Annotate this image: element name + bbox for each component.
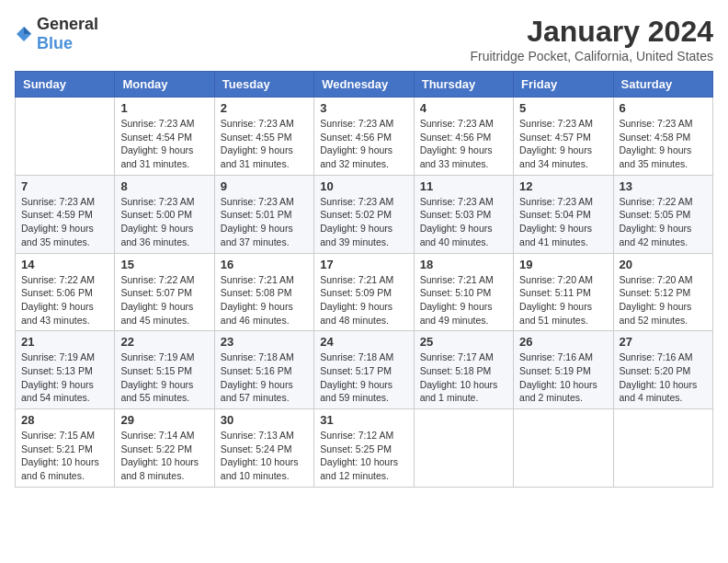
day-number: 2 (221, 101, 308, 115)
day-info: Sunrise: 7:19 AM Sunset: 5:13 PM Dayligh… (21, 350, 108, 405)
day-number: 5 (519, 101, 607, 115)
day-info: Sunrise: 7:16 AM Sunset: 5:19 PM Dayligh… (519, 350, 607, 405)
day-info: Sunrise: 7:16 AM Sunset: 5:20 PM Dayligh… (620, 350, 707, 405)
day-info: Sunrise: 7:21 AM Sunset: 5:10 PM Dayligh… (420, 273, 507, 327)
weekday-header-sunday: Sunday (16, 72, 115, 98)
day-info: Sunrise: 7:23 AM Sunset: 5:04 PM Dayligh… (519, 195, 607, 249)
calendar-cell: 31Sunrise: 7:12 AM Sunset: 5:25 PM Dayli… (314, 409, 414, 488)
header: General Blue January 2024 Fruitridge Poc… (15, 15, 713, 63)
calendar-cell: 8Sunrise: 7:23 AM Sunset: 5:00 PM Daylig… (115, 175, 214, 253)
day-info: Sunrise: 7:15 AM Sunset: 5:21 PM Dayligh… (21, 429, 108, 483)
day-number: 14 (21, 258, 108, 271)
day-info: Sunrise: 7:23 AM Sunset: 4:56 PM Dayligh… (320, 117, 407, 171)
day-number: 20 (620, 258, 707, 271)
weekday-header-friday: Friday (514, 72, 613, 98)
day-number: 25 (420, 335, 507, 349)
calendar-cell: 6Sunrise: 7:23 AM Sunset: 4:58 PM Daylig… (613, 98, 712, 176)
calendar-cell: 28Sunrise: 7:15 AM Sunset: 5:21 PM Dayli… (16, 409, 115, 488)
day-info: Sunrise: 7:23 AM Sunset: 5:01 PM Dayligh… (221, 195, 308, 249)
calendar-cell: 20Sunrise: 7:20 AM Sunset: 5:12 PM Dayli… (613, 253, 712, 331)
day-info: Sunrise: 7:21 AM Sunset: 5:09 PM Dayligh… (320, 273, 407, 327)
calendar-cell: 25Sunrise: 7:17 AM Sunset: 5:18 PM Dayli… (414, 331, 513, 409)
day-info: Sunrise: 7:22 AM Sunset: 5:07 PM Dayligh… (120, 273, 208, 327)
calendar-week-row: 21Sunrise: 7:19 AM Sunset: 5:13 PM Dayli… (16, 331, 713, 409)
calendar-cell: 30Sunrise: 7:13 AM Sunset: 5:24 PM Dayli… (214, 409, 313, 488)
day-info: Sunrise: 7:19 AM Sunset: 5:15 PM Dayligh… (120, 350, 208, 405)
day-number: 21 (21, 335, 108, 349)
day-info: Sunrise: 7:23 AM Sunset: 4:54 PM Dayligh… (120, 117, 208, 171)
calendar-cell: 26Sunrise: 7:16 AM Sunset: 5:19 PM Dayli… (514, 331, 613, 409)
day-number: 19 (519, 258, 607, 271)
day-info: Sunrise: 7:23 AM Sunset: 4:56 PM Dayligh… (420, 117, 507, 171)
day-info: Sunrise: 7:18 AM Sunset: 5:17 PM Dayligh… (320, 350, 407, 405)
calendar-cell: 29Sunrise: 7:14 AM Sunset: 5:22 PM Dayli… (115, 409, 214, 488)
day-number: 31 (320, 413, 407, 427)
day-info: Sunrise: 7:23 AM Sunset: 5:00 PM Dayligh… (120, 195, 208, 249)
day-info: Sunrise: 7:18 AM Sunset: 5:16 PM Dayligh… (221, 350, 308, 405)
day-number: 24 (320, 335, 407, 349)
calendar-week-row: 7Sunrise: 7:23 AM Sunset: 4:59 PM Daylig… (16, 175, 713, 253)
day-info: Sunrise: 7:22 AM Sunset: 5:06 PM Dayligh… (21, 273, 108, 327)
calendar-cell: 3Sunrise: 7:23 AM Sunset: 4:56 PM Daylig… (314, 98, 414, 176)
calendar-cell: 15Sunrise: 7:22 AM Sunset: 5:07 PM Dayli… (115, 253, 214, 331)
day-number: 6 (620, 101, 707, 115)
logo-icon (15, 25, 33, 43)
day-info: Sunrise: 7:20 AM Sunset: 5:12 PM Dayligh… (620, 273, 707, 327)
day-number: 13 (620, 179, 707, 193)
calendar-cell: 24Sunrise: 7:18 AM Sunset: 5:17 PM Dayli… (314, 331, 414, 409)
day-number: 1 (120, 101, 208, 115)
day-number: 10 (320, 179, 407, 193)
calendar-cell: 12Sunrise: 7:23 AM Sunset: 5:04 PM Dayli… (514, 175, 613, 253)
weekday-header-saturday: Saturday (613, 72, 712, 98)
day-info: Sunrise: 7:23 AM Sunset: 4:58 PM Dayligh… (620, 117, 707, 171)
calendar-week-row: 14Sunrise: 7:22 AM Sunset: 5:06 PM Dayli… (16, 253, 713, 331)
calendar-cell: 5Sunrise: 7:23 AM Sunset: 4:57 PM Daylig… (514, 98, 613, 176)
day-number: 30 (221, 413, 308, 427)
weekday-header-tuesday: Tuesday (214, 72, 313, 98)
day-number: 15 (120, 258, 208, 271)
calendar: SundayMondayTuesdayWednesdayThursdayFrid… (15, 71, 713, 488)
day-info: Sunrise: 7:12 AM Sunset: 5:25 PM Dayligh… (320, 429, 407, 483)
svg-marker-1 (24, 27, 31, 34)
day-info: Sunrise: 7:14 AM Sunset: 5:22 PM Dayligh… (120, 429, 208, 483)
month-title: January 2024 (470, 15, 713, 49)
calendar-cell (16, 98, 115, 176)
calendar-cell (414, 409, 513, 488)
day-info: Sunrise: 7:23 AM Sunset: 5:02 PM Dayligh… (320, 195, 407, 249)
day-info: Sunrise: 7:21 AM Sunset: 5:08 PM Dayligh… (221, 273, 308, 327)
calendar-cell (613, 409, 712, 488)
location-title: Fruitridge Pocket, California, United St… (470, 49, 713, 63)
calendar-cell: 7Sunrise: 7:23 AM Sunset: 4:59 PM Daylig… (16, 175, 115, 253)
calendar-cell: 16Sunrise: 7:21 AM Sunset: 5:08 PM Dayli… (214, 253, 313, 331)
calendar-cell: 17Sunrise: 7:21 AM Sunset: 5:09 PM Dayli… (314, 253, 414, 331)
day-info: Sunrise: 7:23 AM Sunset: 4:59 PM Dayligh… (21, 195, 108, 249)
day-number: 18 (420, 258, 507, 271)
day-number: 11 (420, 179, 507, 193)
calendar-cell: 22Sunrise: 7:19 AM Sunset: 5:15 PM Dayli… (115, 331, 214, 409)
title-area: January 2024 Fruitridge Pocket, Californ… (470, 15, 713, 63)
day-info: Sunrise: 7:13 AM Sunset: 5:24 PM Dayligh… (221, 429, 308, 483)
day-info: Sunrise: 7:23 AM Sunset: 4:55 PM Dayligh… (221, 117, 308, 171)
day-number: 4 (420, 101, 507, 115)
weekday-header-thursday: Thursday (414, 72, 513, 98)
day-number: 8 (120, 179, 208, 193)
day-info: Sunrise: 7:23 AM Sunset: 5:03 PM Dayligh… (420, 195, 507, 249)
logo-general: General (37, 15, 98, 33)
day-number: 3 (320, 101, 407, 115)
day-number: 9 (221, 179, 308, 193)
day-info: Sunrise: 7:17 AM Sunset: 5:18 PM Dayligh… (420, 350, 507, 405)
day-number: 28 (21, 413, 108, 427)
weekday-header-wednesday: Wednesday (314, 72, 414, 98)
day-info: Sunrise: 7:23 AM Sunset: 4:57 PM Dayligh… (519, 117, 607, 171)
calendar-cell (514, 409, 613, 488)
weekday-header-monday: Monday (115, 72, 214, 98)
day-number: 26 (519, 335, 607, 349)
calendar-cell: 18Sunrise: 7:21 AM Sunset: 5:10 PM Dayli… (414, 253, 513, 331)
calendar-cell: 10Sunrise: 7:23 AM Sunset: 5:02 PM Dayli… (314, 175, 414, 253)
calendar-cell: 9Sunrise: 7:23 AM Sunset: 5:01 PM Daylig… (214, 175, 313, 253)
calendar-cell: 19Sunrise: 7:20 AM Sunset: 5:11 PM Dayli… (514, 253, 613, 331)
day-info: Sunrise: 7:22 AM Sunset: 5:05 PM Dayligh… (620, 195, 707, 249)
calendar-cell: 4Sunrise: 7:23 AM Sunset: 4:56 PM Daylig… (414, 98, 513, 176)
day-number: 22 (120, 335, 208, 349)
day-number: 16 (221, 258, 308, 271)
